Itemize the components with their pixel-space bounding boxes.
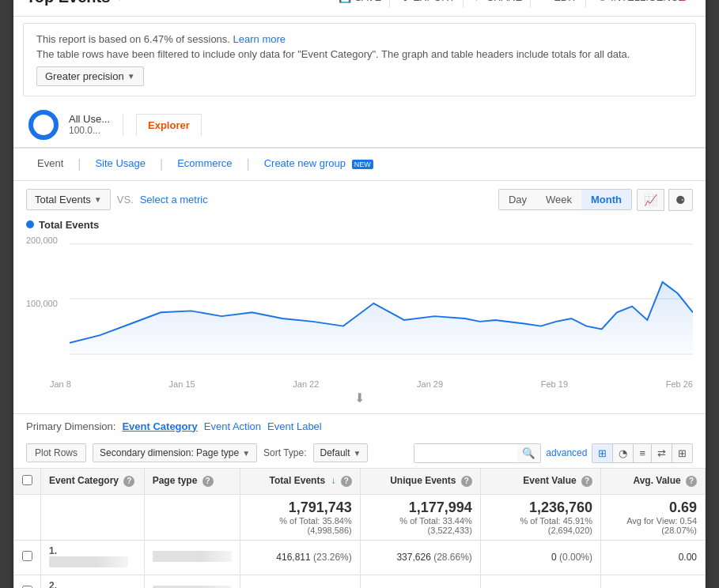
save-icon: 💾 (339, 0, 351, 3)
total-events-sub: % of Total: 35.84% (4,998,586) (248, 516, 352, 535)
help-icon[interactable]: ? (202, 476, 214, 487)
verified-icon: ✔ (116, 0, 128, 6)
new-badge: NEW (352, 160, 373, 169)
tooltip-row1: This report is based on 6.47% of session… (36, 33, 683, 45)
scatter-chart-button[interactable]: ⚈ (668, 189, 693, 211)
chart-area: 200,000 100,000 (26, 234, 693, 376)
export-button[interactable]: ⬆ EXPORT (393, 0, 464, 8)
th-page-type: Page type ? (144, 468, 240, 494)
edit-button[interactable]: ✏ EDIT (534, 0, 586, 8)
table-view-button[interactable]: ⊞ (592, 444, 613, 462)
row1-event-value-cell: 0 (0.00%) (480, 540, 600, 575)
event-value-sub: % of Total: 45.91% (2,694,020) (489, 516, 592, 535)
sort-type-label: Sort Type: (263, 447, 306, 458)
comparison-view-button[interactable]: ⇄ (652, 444, 672, 462)
time-controls: Day Week Month 📈 ⚈ (498, 189, 693, 211)
avg-value-main: 0.69 (609, 499, 697, 516)
line-chart-button[interactable]: 📈 (637, 189, 664, 211)
unique-events-main: 1,177,994 (369, 499, 472, 516)
learn-more-link[interactable]: Learn more (233, 33, 286, 45)
tooltip-row2: The table rows have been filtered to inc… (36, 48, 683, 60)
precision-button[interactable]: Greater precision ▼ (36, 66, 144, 86)
event-value-main: 1,236,760 (489, 499, 592, 516)
vs-label: VS. (117, 194, 134, 205)
y-label-200k: 200,000 (26, 236, 58, 245)
tab-create-group[interactable]: Create new group NEW (253, 149, 384, 179)
chevron-down-icon: ▼ (127, 72, 135, 81)
event-label-link[interactable]: Event Label (267, 420, 322, 432)
search-input[interactable] (414, 444, 517, 462)
row1-checkbox[interactable] (22, 551, 32, 561)
search-box: 🔍 (414, 443, 541, 463)
day-button[interactable]: Day (499, 190, 536, 209)
unique-events-sub: % of Total: 33.44% (3,522,433) (369, 516, 472, 535)
tab-site-usage[interactable]: Site Usage (84, 149, 157, 179)
search-button[interactable]: 🔍 (517, 444, 540, 462)
totals-event-category-cell (41, 494, 145, 540)
time-group: Day Week Month (498, 189, 632, 210)
event-action-link[interactable]: Event Action (204, 420, 261, 432)
table-controls: Plot Rows Secondary dimension: Page type… (13, 439, 706, 468)
table-row: 1. 416,811 (23.26%) 337,626 (28.66%) 0 (… (14, 540, 706, 575)
row2-unique-events-cell: 116,420 (9.88%) (360, 575, 480, 588)
primary-dimension-row: Primary Dimension: Event Category Event … (13, 413, 706, 439)
data-table: Event Category ? Page type ? Total Event… (13, 468, 706, 589)
total-events-selector[interactable]: Total Events ▼ (26, 189, 111, 210)
svg-point-1 (31, 112, 56, 138)
row2-checkbox-cell (14, 575, 41, 588)
th-event-value: Event Value ? (480, 468, 600, 494)
table-header-row: Event Category ? Page type ? Total Event… (14, 468, 706, 494)
save-button[interactable]: 💾 SAVE (331, 0, 390, 8)
avg-value-sub: Avg for View: 0.54 (28.07%) (609, 516, 697, 535)
month-button[interactable]: Month (581, 190, 631, 209)
chart-section: Total Events 200,000 100,000 (13, 219, 706, 413)
totals-total-events-cell: 1,791,743 % of Total: 35.84% (4,998,586) (240, 494, 360, 540)
totals-row: 1,791,743 % of Total: 35.84% (4,998,586)… (14, 494, 706, 540)
row1-num: 1. (49, 545, 57, 556)
circle-chart (26, 107, 61, 142)
select-metric-link[interactable]: Select a metric (140, 194, 208, 205)
plot-rows-button[interactable]: Plot Rows (26, 443, 86, 462)
explorer-tab-area: Explorer (123, 114, 202, 136)
tab-ecommerce[interactable]: Ecommerce (166, 149, 243, 179)
select-all-checkbox[interactable] (22, 475, 32, 485)
row2-page-type-cell (144, 575, 240, 588)
explorer-tab[interactable]: Explorer (136, 114, 202, 136)
th-event-category: Event Category ? (41, 468, 145, 494)
row1-num-cell: 1. (41, 540, 145, 575)
help-icon[interactable]: ? (686, 476, 697, 487)
tab-event[interactable]: Event (26, 149, 74, 179)
help-icon[interactable]: ? (123, 476, 134, 487)
week-button[interactable]: Week (536, 190, 581, 209)
pivot-view-button[interactable]: ⊞ (672, 444, 692, 462)
help-icon[interactable]: ? (341, 476, 352, 487)
x-label-jan15: Jan 15 (169, 379, 195, 389)
secondary-dimension-select[interactable]: Secondary dimension: Page type ▼ (93, 443, 257, 462)
share-icon: ↗ (475, 0, 483, 3)
scroll-indicator[interactable]: ⬇ (26, 390, 693, 405)
metric-selector: Total Events ▼ VS. Select a metric (26, 189, 208, 210)
y-label-100k: 100,000 (26, 299, 58, 308)
x-label-feb19: Feb 19 (541, 379, 568, 389)
performance-view-button[interactable]: ≡ (634, 444, 652, 462)
intelligence-button[interactable]: ☺ INTELLIGENCE 3 (589, 0, 693, 8)
totals-checkbox-cell (14, 494, 41, 540)
controls-row: Total Events ▼ VS. Select a metric Day W… (13, 181, 706, 219)
event-category-link[interactable]: Event Category (122, 420, 197, 432)
advanced-link[interactable]: advanced (546, 447, 587, 458)
total-events-main: 1,791,743 (248, 499, 352, 516)
row2-pagetype-blurred (153, 586, 232, 589)
share-button[interactable]: ↗ SHARE (467, 0, 531, 8)
row2-num-cell: 2. (41, 575, 145, 588)
row2-num: 2. (49, 580, 57, 589)
row1-avg-value-cell: 0.00 (601, 540, 706, 575)
th-total-events: Total Events ↓ ? (240, 468, 360, 494)
row1-category-blurred (49, 556, 128, 567)
row1-total-events-cell: 416,811 (23.26%) (240, 540, 360, 575)
x-label-jan29: Jan 29 (417, 379, 443, 389)
x-labels: Jan 8 Jan 15 Jan 22 Jan 29 Feb 19 Feb 26 (26, 376, 693, 389)
help-icon[interactable]: ? (581, 476, 592, 487)
sort-type-select[interactable]: Default ▼ (313, 443, 369, 462)
help-icon[interactable]: ? (461, 476, 472, 487)
pie-view-button[interactable]: ◔ (613, 444, 634, 462)
